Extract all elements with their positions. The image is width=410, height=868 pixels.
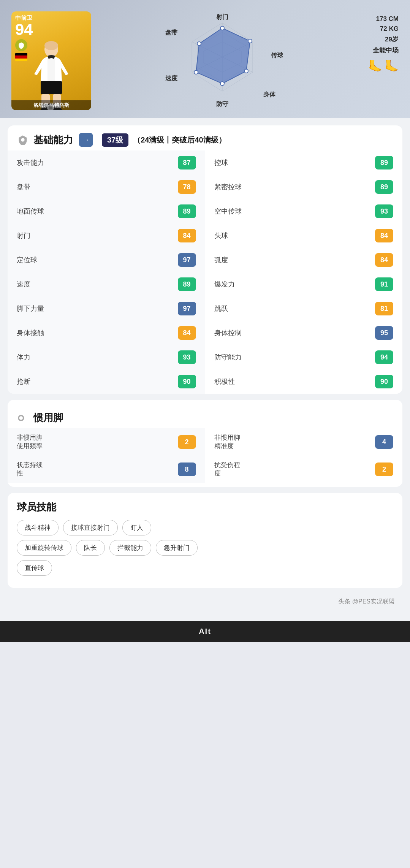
feet-icon (17, 412, 29, 424)
feet-title: 惯用脚 (33, 411, 63, 424)
feet-label: 状态持续性 (17, 461, 175, 478)
skill-tag: 接球直接射门 (63, 520, 118, 535)
radar-svg (169, 15, 275, 99)
svg-point-22 (248, 39, 252, 43)
skills-row-0: 战斗精神接球直接射门盯人 (17, 520, 393, 535)
feet-label: 非惯用脚精准度 (214, 434, 372, 450)
stat-value: 84 (178, 326, 196, 340)
stat-row: 抢断 90 (8, 369, 205, 394)
stat-value: 81 (375, 302, 393, 315)
stat-row: 紧密控球 89 (205, 175, 403, 199)
svg-point-23 (244, 69, 248, 73)
stat-label: 体力 (17, 353, 173, 362)
skill-tag: 拦截能力 (109, 540, 151, 556)
radar-label-defend: 防守 (216, 100, 228, 108)
level-desc: （24满级丨突破后40满级） (133, 135, 226, 145)
feet-value: 4 (375, 435, 393, 449)
stat-value: 93 (178, 350, 196, 364)
stat-value: 78 (178, 180, 196, 194)
stat-row: 控球 89 (205, 150, 403, 175)
stat-label: 防守能力 (214, 353, 371, 362)
skill-tag: 队长 (76, 540, 105, 556)
feet-row: 状态持续性 8 (8, 456, 205, 483)
germany-flag-icon (15, 53, 27, 61)
stat-value: 89 (375, 180, 393, 194)
skills-row-2: 直传球 (17, 560, 393, 576)
stat-value: 84 (375, 229, 393, 242)
feet-label: 抗受伤程度 (214, 461, 372, 478)
stat-label: 地面传球 (17, 207, 173, 216)
radar-label-dribble: 盘带 (165, 29, 177, 37)
skills-section: 球员技能 战斗精神接球直接射门盯人加重旋转传球队长拦截能力急升射门直传球 (8, 493, 402, 588)
stat-label: 紧密控球 (214, 182, 371, 192)
stat-label: 控球 (214, 158, 371, 167)
skill-tag: 直传球 (17, 560, 52, 576)
basic-ability-header: 基础能力 → 37级 （24满级丨突破后40满级） (8, 125, 402, 150)
skill-tag: 盯人 (122, 520, 151, 535)
stat-label: 头球 (214, 231, 371, 240)
stat-row: 地面传球 89 (8, 199, 205, 223)
foot-icon-right: 🦶 (385, 59, 399, 73)
stat-row: 空中传球 93 (205, 199, 403, 223)
foot-icon-left: 🦶 (368, 59, 382, 73)
ability-icon (17, 134, 29, 146)
stat-value: 89 (178, 277, 196, 291)
svg-point-29 (19, 416, 23, 420)
svg-point-24 (220, 82, 224, 86)
radar-area: 射门 传球 身体 防守 速度 盘带 (99, 11, 345, 106)
feet-value: 2 (375, 463, 393, 476)
radar-container: 射门 传球 身体 防守 速度 盘带 (169, 15, 275, 106)
feet-value: 8 (178, 463, 196, 476)
basic-ability-section: 基础能力 → 37级 （24满级丨突破后40满级） 攻击能力 87 控球 89 … (8, 125, 402, 394)
stat-label: 身体接触 (17, 328, 173, 337)
stat-value: 89 (375, 156, 393, 169)
radar-label-speed: 速度 (165, 74, 177, 82)
stat-row: 脚下力量 97 (8, 296, 205, 321)
feet-header: 惯用脚 (8, 404, 402, 428)
type-label: 全能中场 (373, 46, 399, 55)
stat-row: 射门 84 (8, 223, 205, 248)
footer-text: AIt (199, 627, 211, 635)
stat-label: 积极性 (214, 377, 371, 386)
feet-row: 抗受伤程度 2 (205, 456, 403, 483)
skill-tag: 战斗精神 (17, 520, 59, 535)
svg-rect-3 (41, 81, 62, 94)
stat-value: 97 (178, 253, 196, 267)
stat-value: 90 (178, 375, 196, 388)
stat-label: 爆发力 (214, 280, 371, 289)
card-top-section: 中前卫 94 (0, 0, 410, 118)
stat-label: 跳跃 (214, 304, 371, 313)
level-badge: 37级 (102, 133, 128, 147)
footer-bar: AIt (0, 621, 410, 642)
radar-label-pass: 传球 (271, 52, 283, 60)
shield-icon (15, 39, 27, 51)
stat-row: 弧度 84 (205, 248, 403, 272)
stat-value: 97 (178, 302, 196, 315)
stat-row: 积极性 90 (205, 369, 403, 394)
stat-value: 84 (375, 253, 393, 267)
basic-ability-title: 基础能力 (33, 133, 73, 147)
stat-label: 定位球 (17, 255, 173, 265)
weight-label: 72 KG (380, 25, 399, 33)
stat-label: 射门 (17, 231, 173, 240)
stat-value: 84 (178, 229, 196, 242)
stat-row: 定位球 97 (8, 248, 205, 272)
stat-row: 速度 89 (8, 272, 205, 296)
skill-tag: 加重旋转传球 (17, 540, 71, 556)
stat-label: 攻击能力 (17, 158, 173, 167)
skill-tag: 急升射门 (156, 540, 198, 556)
skills-container: 战斗精神接球直接射门盯人加重旋转传球队长拦截能力急升射门直传球 (17, 520, 393, 576)
stats-info: 173 CM 72 KG 29岁 全能中场 🦶 🦶 (353, 11, 399, 73)
stat-row: 头球 84 (205, 223, 403, 248)
svg-point-21 (220, 26, 224, 30)
stat-value: 87 (178, 156, 196, 169)
feet-section: 惯用脚 非惯用脚使用频率 2 非惯用脚精准度 4 状态持续性 8 抗受伤程度 2 (8, 400, 402, 487)
stat-label: 速度 (17, 280, 173, 289)
foot-icons: 🦶 🦶 (368, 59, 399, 73)
stat-label: 抢断 (17, 377, 173, 386)
height-label: 173 CM (376, 15, 399, 23)
arrow-button[interactable]: → (79, 133, 93, 147)
stat-label: 脚下力量 (17, 304, 173, 313)
radar-label-body: 身体 (263, 91, 275, 99)
stat-value: 90 (375, 375, 393, 388)
